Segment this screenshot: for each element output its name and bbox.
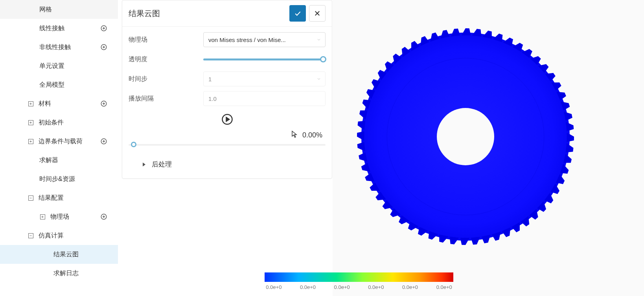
- progress-percent: 0.00%: [302, 131, 322, 139]
- colorbar-tick: 0.0e+0: [427, 284, 461, 290]
- tree-item-initial-conditions[interactable]: + 初始条件: [0, 113, 118, 132]
- colorbar-tick: 0.0e+0: [393, 284, 427, 290]
- sidebar-tree: 网格 线性接触 非线性接触 单元设置 全局模型 + 材料 + 初始条件 + 边界…: [0, 0, 118, 296]
- tree-item-mesh[interactable]: 网格: [0, 0, 118, 19]
- confirm-button[interactable]: [289, 5, 306, 22]
- svg-marker-18: [226, 117, 229, 121]
- tree-item-solver[interactable]: 求解器: [0, 151, 118, 170]
- close-button[interactable]: [309, 5, 326, 22]
- expand-minus-icon[interactable]: −: [28, 195, 34, 201]
- colorbar-tick: 0.0e+0: [325, 284, 359, 290]
- tree-item-result-contour[interactable]: 结果云图: [0, 245, 118, 264]
- slider-handle[interactable]: [320, 56, 326, 62]
- add-icon[interactable]: [99, 24, 109, 33]
- expand-plus-icon[interactable]: +: [28, 119, 34, 126]
- tree-item-boundary-loads[interactable]: + 边界条件与载荷: [0, 132, 118, 151]
- add-icon[interactable]: [99, 42, 109, 52]
- panel-title: 结果云图: [129, 8, 286, 19]
- interval-label: 播放间隔: [129, 95, 203, 103]
- timeline-slider[interactable]: [129, 144, 326, 152]
- tree-item-global-model[interactable]: 全局模型: [0, 75, 118, 94]
- tree-item-simulation[interactable]: − 仿真计算: [0, 226, 118, 245]
- add-icon[interactable]: [99, 212, 109, 221]
- chevron-down-icon: [316, 37, 321, 43]
- physics-select[interactable]: von Mises stress / von Mise...: [203, 32, 326, 47]
- expand-minus-icon[interactable]: −: [28, 232, 34, 239]
- chevron-down-icon: [316, 76, 321, 82]
- expand-plus-icon[interactable]: +: [28, 100, 34, 107]
- opacity-slider[interactable]: [203, 55, 326, 63]
- slider-handle[interactable]: [131, 142, 136, 147]
- play-button[interactable]: [221, 113, 234, 126]
- caret-right-icon: [143, 163, 145, 166]
- expand-plus-icon[interactable]: +: [28, 138, 34, 144]
- timestep-label: 时间步: [129, 75, 203, 83]
- tree-item-timestep-resources[interactable]: 时间步&资源: [0, 170, 118, 188]
- tree-item-linear-contact[interactable]: 线性接触: [0, 19, 118, 38]
- interval-input[interactable]: 1.0: [203, 91, 326, 106]
- tree-item-nonlinear-contact[interactable]: 非线性接触: [0, 38, 118, 57]
- cursor-icon: [291, 130, 298, 140]
- opacity-label: 透明度: [129, 55, 203, 64]
- colorbar-tick: 0.0e+0: [359, 284, 393, 290]
- colorbar-legend: 0.0e+0 0.0e+0 0.0e+0 0.0e+0 0.0e+0 0.0e+…: [257, 272, 461, 290]
- tree-item-materials[interactable]: + 材料: [0, 94, 118, 113]
- tree-item-result-config[interactable]: − 结果配置: [0, 188, 118, 207]
- colorbar-tick: 0.0e+0: [257, 284, 291, 290]
- colorbar-tick: 0.0e+0: [291, 284, 325, 290]
- physics-label: 物理场: [129, 36, 203, 44]
- add-icon[interactable]: [99, 137, 109, 146]
- tree-item-physics-field[interactable]: + 物理场: [0, 207, 118, 226]
- postprocess-row[interactable]: 后处理: [129, 160, 326, 169]
- viewport-3d[interactable]: 0.0e+0 0.0e+0 0.0e+0 0.0e+0 0.0e+0 0.0e+…: [333, 0, 644, 296]
- add-icon[interactable]: [99, 99, 109, 108]
- result-contour-panel: 结果云图 物理场 von Mises stress / von Mise... …: [122, 0, 332, 179]
- expand-plus-icon[interactable]: +: [39, 214, 46, 220]
- timestep-select[interactable]: 1: [203, 71, 326, 86]
- colorbar-gradient: [265, 272, 453, 282]
- svg-point-21: [361, 33, 570, 241]
- tree-item-solve-log[interactable]: 求解日志: [0, 264, 118, 283]
- tree-item-element-settings[interactable]: 单元设置: [0, 57, 118, 75]
- gear-model: [355, 27, 576, 247]
